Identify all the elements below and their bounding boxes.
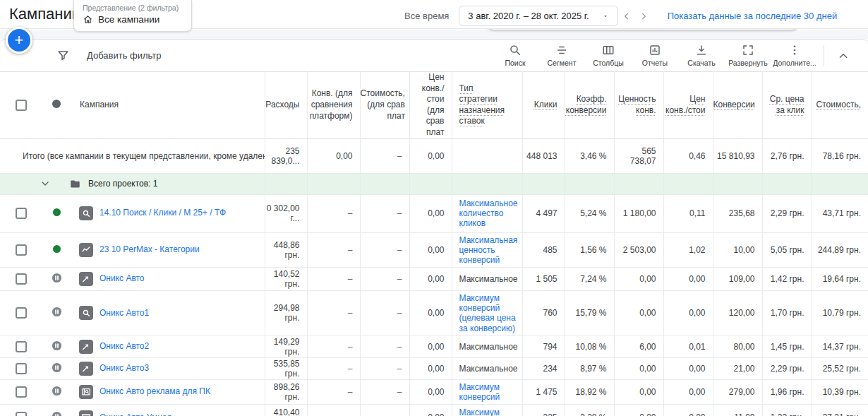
col-header-cost_platform[interactable]: Стоимость, (для срав плат <box>360 72 409 139</box>
view-selector[interactable]: Представление (2 фильтра) Все кампании <box>73 0 192 32</box>
row-checkbox[interactable] <box>16 412 27 416</box>
row-checkbox[interactable] <box>16 363 27 374</box>
show-last-30-days-link[interactable]: Показать данные за последние 30 дней <box>668 11 838 21</box>
toolbar-more-button[interactable]: Дополните... <box>771 44 818 67</box>
campaign-name-cell: Оникс Авто2 <box>74 335 265 357</box>
cell-bid-strategy: Максимальное количество кликов <box>452 194 522 232</box>
campaign-link[interactable]: Оникс Авто3 <box>100 363 149 374</box>
row-checkbox[interactable] <box>16 307 27 319</box>
campaign-link[interactable]: Оникс Авто2 <box>100 341 149 352</box>
total-value-4 <box>452 138 522 173</box>
bid-strategy-label: Максимальное <box>459 274 518 284</box>
toolbar-download-button[interactable]: Скачать <box>678 44 725 67</box>
toolbar-columns-button[interactable]: Столбцы <box>585 44 632 67</box>
toolbar-search-label: Поиск <box>505 59 525 67</box>
col-header-cost_per_conv[interactable]: Стоимость, <box>812 72 868 139</box>
status-paused-icon[interactable] <box>52 362 62 373</box>
table-row: Оникс Авто3535,85 грн.––0,00Максимальное… <box>0 357 868 379</box>
campaign-link[interactable]: 14.10 Поиск / Клики / М 25+ / ТФ <box>100 208 226 219</box>
col-header-conv_platform[interactable]: Конв. (для сравнения платформ) <box>307 72 360 139</box>
col-header-conv_value[interactable]: Ценность конв. <box>614 72 663 139</box>
campaign-link[interactable]: 23 10 PerMax - Категории <box>100 244 200 256</box>
total-label-wrap: Итого (все кампании в текущем представле… <box>23 151 265 161</box>
download-icon <box>695 44 708 57</box>
campaign-link[interactable]: Оникс Авто Умная <box>100 412 171 416</box>
bid-strategy-label[interactable]: Максимум конверсий <box>459 382 518 402</box>
date-next-button[interactable] <box>637 9 651 23</box>
row-checkbox[interactable] <box>16 244 27 256</box>
collapse-group-icon[interactable] <box>40 178 51 189</box>
row-checkbox[interactable] <box>16 341 27 352</box>
toolbar-more-label: Дополните... <box>773 59 816 67</box>
cell-value_per_cost: 0,00 <box>663 268 713 291</box>
col-header-conv_rate[interactable]: Коэфф. конверсии <box>565 72 614 139</box>
toolbar-search-button[interactable]: Поиск <box>492 44 538 67</box>
row-checkbox[interactable] <box>16 273 27 285</box>
col-header-cpa_platform[interactable]: Цен конв./стои (для срав плат <box>409 72 452 139</box>
expand-icon <box>742 44 754 57</box>
status-column-header[interactable] <box>39 72 74 139</box>
cell-clicks: 760 <box>522 291 565 336</box>
bid-strategy-label[interactable]: Максимальное количество кликов <box>459 198 518 228</box>
select-all-checkbox[interactable] <box>16 100 27 111</box>
cell-value_per_cost: 0,11 <box>663 194 713 232</box>
campaign-link[interactable]: Оникс Авто1 <box>100 308 149 319</box>
cell-value_per_cost: 0,00 <box>663 379 713 404</box>
cell-conv_cmp: – <box>307 194 360 232</box>
col-header-value_per_cost[interactable]: Цен конв./стои <box>663 72 713 139</box>
status-paused-icon[interactable] <box>52 307 62 317</box>
status-enabled-icon[interactable] <box>53 208 61 216</box>
col-header-bid_strategy[interactable]: Тип стратегии назначения ставок <box>452 72 522 139</box>
cell-cost: 140,52 грн. <box>265 268 307 291</box>
col-header-campaign[interactable]: Кампания <box>74 72 265 139</box>
cell-cost_cmp: – <box>360 194 409 232</box>
date-range-selector[interactable]: 3 авг. 2020 г. – 28 окт. 2025 г. <box>459 6 617 26</box>
group-row-label: Всего проектов: 1 <box>88 179 157 189</box>
cell-conversions: 10,00 <box>713 232 762 267</box>
reports-icon <box>649 44 661 57</box>
col-header-avg_cpc[interactable]: Ср. цена за клик <box>762 72 812 139</box>
status-paused-icon[interactable] <box>52 340 62 351</box>
cell-cost_cmp: – <box>360 357 409 379</box>
collapse-table-button[interactable] <box>833 47 857 65</box>
cell-cost_per_conv: 14,37 грн. <box>812 335 868 357</box>
cell-cost_cmp: – <box>360 404 409 416</box>
date-prev-button[interactable] <box>620 9 634 23</box>
campaign-name-wrap: Оникс Авто <box>74 272 265 286</box>
toolbar-actions: ПоискСегментСтолбцыОтчетыСкачатьРазверну… <box>492 44 818 67</box>
col-header-clicks[interactable]: Клики <box>522 72 565 139</box>
group-row-empty-cell <box>409 173 452 194</box>
group-row-empty-cell <box>663 173 713 194</box>
col-header-label-conv_platform: Конв. (для сравнения платформ) <box>310 88 353 121</box>
cell-cost_cmp: – <box>360 232 409 267</box>
group-row-empty-cell <box>360 173 409 194</box>
bid-strategy-label[interactable]: Максимум конверсий (целевая цена за конв… <box>459 293 518 333</box>
row-status-cell <box>39 268 74 291</box>
bid-strategy-label[interactable]: Максимальная ценность конверсий <box>459 235 518 265</box>
add-filter-button[interactable]: Добавить фильтр <box>87 50 162 61</box>
total-row-label: Итого (все кампании в текущем представле… <box>23 151 265 161</box>
add-campaign-button[interactable]: + <box>6 27 32 54</box>
toolbar-expand-button[interactable]: Развернуть <box>725 44 771 67</box>
search-campaign-icon <box>79 206 93 220</box>
status-paused-icon[interactable] <box>52 411 62 416</box>
campaign-link[interactable]: Оникс Авто <box>100 273 145 285</box>
row-checkbox[interactable] <box>16 386 27 398</box>
toolbar-reports-button[interactable]: Отчеты <box>632 44 678 67</box>
row-checkbox[interactable] <box>16 208 27 219</box>
cell-conv_rate: 1,56 % <box>565 232 614 267</box>
col-header-label-cost_per_conv: Стоимость, <box>816 100 861 111</box>
filter-icon[interactable] <box>56 49 70 62</box>
cell-cost_per_conv: 10,79 грн. <box>812 291 868 336</box>
status-paused-icon[interactable] <box>52 386 62 396</box>
toolbar-segment-button[interactable]: Сегмент <box>538 44 585 67</box>
table-row: Оникс Авто2149,29 грн.––0,00Максимальное… <box>0 335 868 357</box>
status-enabled-icon[interactable] <box>53 245 61 253</box>
campaign-link[interactable]: Оникс Авто реклама для ПК <box>100 386 210 398</box>
cell-conv_rate: 3,28 % <box>565 404 614 416</box>
bid-strategy-label[interactable]: Максимум конверсий <box>459 408 518 416</box>
status-paused-icon[interactable] <box>52 273 62 283</box>
col-header-cost[interactable]: Расходы <box>265 72 307 139</box>
cell-conv_value: 1 180,00 <box>614 194 663 232</box>
col-header-conversions[interactable]: Конверсии <box>713 72 762 139</box>
